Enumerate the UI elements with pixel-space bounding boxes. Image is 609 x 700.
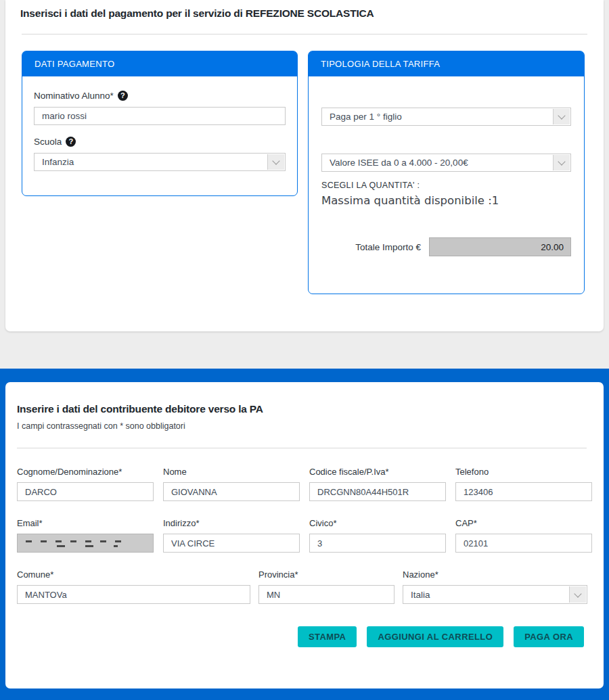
telefono-label: Telefono: [455, 467, 592, 477]
required-fields-note: I campi contrassegnati con * sono obblig…: [17, 421, 592, 431]
tariffa-isee-select[interactable]: Valore ISEE da 0 a 4.000 - 20,00€: [321, 154, 571, 172]
massima-quantita-text: Massima quantità disponibile :1: [321, 194, 571, 207]
nome-input[interactable]: [163, 482, 300, 501]
indirizzo-label: Indirizzo*: [163, 518, 300, 528]
form-row-2: Email* Indirizzo* Civico* CAP*: [17, 518, 592, 569]
civico-input[interactable]: [309, 534, 446, 553]
nazione-label: Nazione*: [403, 569, 587, 580]
chevron-down-icon: [553, 155, 570, 170]
chevron-down-icon: [569, 586, 586, 603]
chevron-down-icon: [553, 109, 570, 124]
paga-ora-button[interactable]: PAGA ORA: [514, 626, 584, 647]
figlio-select[interactable]: Paga per 1 ° figlio: [321, 108, 571, 126]
title-divider: [22, 34, 587, 34]
cognome-input[interactable]: [17, 482, 154, 501]
totale-importo-value: [429, 237, 571, 256]
tipologia-tariffa-panel: TIPOLOGIA DELLA TARIFFA Paga per 1 ° fig…: [308, 51, 585, 294]
codice-fiscale-label: Codice fiscale/P.Iva*: [309, 467, 446, 477]
email-input-disabled: [17, 534, 154, 553]
indirizzo-input[interactable]: [163, 534, 300, 553]
tipologia-tariffa-header: TIPOLOGIA DELLA TARIFFA: [309, 51, 584, 76]
scegli-quantita-label: SCEGLI LA QUANTITA' :: [321, 181, 571, 190]
debtor-section-band: Inserire i dati del contribuente debitor…: [0, 369, 609, 700]
form-row-1: Cognome/Denominazione* Nome Codice fisca…: [17, 467, 592, 518]
nazione-select[interactable]: Italia: [403, 585, 587, 604]
debtor-form-card: Inserire i dati del contribuente debitor…: [5, 382, 604, 689]
dati-pagamento-header: DATI PAGAMENTO: [22, 51, 297, 76]
cap-input[interactable]: [455, 534, 592, 553]
totale-importo-label: Totale Importo €: [321, 242, 429, 252]
comune-label: Comune*: [17, 569, 250, 580]
scuola-label: Scuola ?: [34, 137, 286, 147]
nominativo-alunno-input[interactable]: [34, 107, 286, 125]
civico-label: Civico*: [309, 518, 446, 528]
dati-pagamento-panel: DATI PAGAMENTO Nominativo Alunno* ? Scuo…: [22, 51, 298, 196]
aggiungi-al-carrello-button[interactable]: AGGIUNGI AL CARRELLO: [367, 626, 503, 647]
telefono-input[interactable]: [455, 482, 592, 501]
scuola-select[interactable]: Infanzia: [34, 153, 286, 171]
form-divider: [17, 448, 587, 448]
cognome-label: Cognome/Denominazione*: [17, 467, 154, 477]
form-actions: STAMPA AGGIUNGI AL CARRELLO PAGA ORA: [17, 626, 592, 647]
provincia-input[interactable]: [258, 585, 394, 604]
stampa-button[interactable]: STAMPA: [298, 626, 357, 647]
codice-fiscale-input[interactable]: [309, 482, 446, 501]
help-icon[interactable]: ?: [118, 91, 128, 101]
nome-label: Nome: [163, 467, 300, 477]
page-title: Inserisci i dati del pagamento per il se…: [5, 0, 604, 20]
panels-row: DATI PAGAMENTO Nominativo Alunno* ? Scuo…: [22, 51, 585, 294]
form-row-3: Comune* Provincia* Nazione* Italia: [17, 569, 592, 621]
help-icon[interactable]: ?: [66, 137, 76, 147]
email-label: Email*: [17, 518, 154, 528]
debtor-form-title: Inserire i dati del contribuente debitor…: [17, 403, 592, 415]
chevron-down-icon: [267, 154, 284, 170]
comune-input[interactable]: [17, 585, 250, 604]
nominativo-alunno-label: Nominativo Alunno* ?: [34, 91, 286, 101]
provincia-label: Provincia*: [258, 569, 394, 580]
cap-label: CAP*: [455, 518, 592, 528]
payment-section-card: Inserisci i dati del pagamento per il se…: [5, 0, 604, 331]
